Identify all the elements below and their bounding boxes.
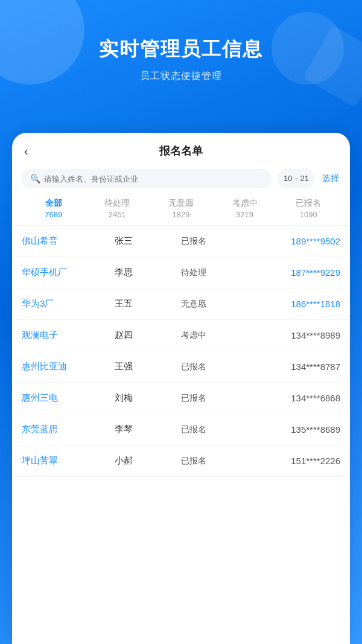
card-topbar: ‹ 报名名单 [12,133,350,164]
filter-tab-4[interactable]: 已报名1090 [276,198,340,219]
search-input[interactable] [44,174,263,183]
col-name: 王五 [115,298,181,310]
col-phone: 134****6868 [247,393,340,403]
col-phone: 189****9502 [247,236,340,246]
col-status: 已报名 [181,393,247,404]
list-container: 佛山希音张三已报名189****9502华硕手机厂李思待处理187****922… [12,226,350,640]
table-row[interactable]: 东莞蓝思李琴已报名135****8689 [12,414,350,445]
col-company: 华硕手机厂 [22,267,115,278]
filter-tab-count-0: 7689 [22,210,86,219]
date-badge: 10－21 [278,169,315,188]
table-row[interactable]: 华为3厂王五无意愿186****1818 [12,289,350,320]
filter-tab-1[interactable]: 待处理2451 [86,198,150,219]
filter-tab-label-3: 考虑中 [213,198,277,209]
table-row[interactable]: 坪山苦翠小郝已报名151****2226 [12,445,350,477]
col-phone: 134****8989 [247,330,340,340]
col-company: 坪山苦翠 [22,455,115,467]
col-name: 张三 [115,235,181,247]
filter-tab-count-3: 3219 [213,210,277,219]
back-button[interactable]: ‹ [24,144,28,158]
filter-tab-count-2: 1829 [149,210,213,219]
col-status: 已报名 [181,456,247,467]
col-name: 李琴 [115,424,181,435]
col-name: 王强 [115,361,181,372]
select-button[interactable]: 选择 [321,171,340,187]
search-icon: 🔍 [30,174,40,183]
col-company: 华为3厂 [22,298,115,310]
table-row[interactable]: 华硕手机厂李思待处理187****9229 [12,257,350,289]
col-name: 小郝 [115,455,181,467]
filter-tab-count-4: 1090 [276,210,340,219]
table-row[interactable]: 惠州比亚迪王强已报名134****8787 [12,351,350,383]
header-section: 实时管理员工信息 员工状态便捷管理 [0,0,362,101]
page-subtitle: 员工状态便捷管理 [0,70,362,83]
col-status: 无意愿 [181,299,247,310]
main-card: ‹ 报名名单 🔍 10－21 选择 全部7689待处理2451无意愿1829考虑… [12,133,350,644]
col-phone: 134****8787 [247,362,340,372]
col-name: 刘梅 [115,392,181,404]
col-name: 赵四 [115,330,181,341]
filter-tabs: 全部7689待处理2451无意愿1829考虑中3219已报名1090 [12,196,350,226]
col-company: 观澜电子 [22,330,115,341]
col-phone: 187****9229 [247,267,340,278]
filter-tab-2[interactable]: 无意愿1829 [149,198,213,219]
filter-tab-label-2: 无意愿 [149,198,213,209]
filter-tab-0[interactable]: 全部7689 [22,198,86,219]
col-phone: 135****8689 [247,424,340,435]
col-status: 待处理 [181,267,247,278]
search-row: 🔍 10－21 选择 [12,164,350,196]
filter-tab-count-1: 2451 [86,210,150,219]
table-row[interactable]: 惠州三电刘梅已报名134****6868 [12,383,350,414]
col-company: 惠州三电 [22,392,115,404]
col-name: 李思 [115,267,181,278]
filter-tab-label-4: 已报名 [276,198,340,209]
col-status: 考虑中 [181,330,247,341]
col-status: 已报名 [181,424,247,435]
card-title: 报名名单 [159,144,203,158]
col-status: 已报名 [181,362,247,372]
col-company: 东莞蓝思 [22,424,115,435]
page-title: 实时管理员工信息 [0,36,362,63]
col-phone: 186****1818 [247,299,340,309]
table-row[interactable]: 佛山希音张三已报名189****9502 [12,226,350,257]
search-input-wrap: 🔍 [22,169,272,188]
col-company: 佛山希音 [22,235,115,247]
col-company: 惠州比亚迪 [22,361,115,372]
filter-tab-label-0: 全部 [22,198,86,209]
filter-tab-label-1: 待处理 [86,198,150,209]
filter-tab-3[interactable]: 考虑中3219 [213,198,277,219]
table-row[interactable]: 观澜电子赵四考虑中134****8989 [12,320,350,351]
col-phone: 151****2226 [247,456,340,466]
col-status: 已报名 [181,236,247,247]
